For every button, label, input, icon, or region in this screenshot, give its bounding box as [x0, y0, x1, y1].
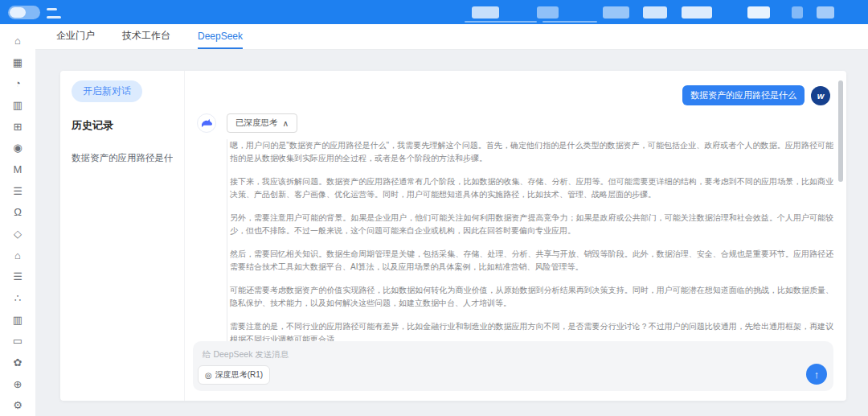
topbar-underline: [542, 21, 597, 23]
badge-icon[interactable]: ◉: [7, 137, 29, 159]
assistant-row: 已深度思考 ∧: [197, 113, 846, 133]
topbar-blurred-item[interactable]: [537, 6, 559, 19]
conversation-panel: 开启新对话 历史记录 数据资产的应用路径是什么: [60, 71, 185, 401]
rows-icon[interactable]: ☰: [7, 266, 29, 287]
globe-icon[interactable]: ⊕: [7, 373, 29, 395]
topbar-blurred-item[interactable]: [747, 6, 770, 19]
chevron-up-icon: ∧: [283, 118, 289, 128]
message-input-placeholder: 给 DeepSeek 发送消息: [203, 349, 289, 360]
thought-content: 嗯，用户问的是"数据资产的应用路径是什么"，我需要先理解这个问题。首先，确定他们…: [227, 139, 833, 347]
arrow-up-icon: ↑: [814, 369, 820, 381]
thought-paragraph: 另外，需要注意用户可能的背景。如果是企业用户，他们可能关注如何利用数据资产提高竞…: [230, 212, 833, 237]
deep-thought-toggle-label: 已深度思考: [235, 117, 278, 129]
deepseek-chat-card: 开启新对话 历史记录 数据资产的应用路径是什么 数据资产的应用路径是什么 w 已…: [60, 71, 846, 401]
thought-paragraph: 然后，需要回忆相关知识。数据生命周期管理是关键，包括采集、存储、处理、分析、共享…: [230, 248, 833, 274]
deepseek-whale-logo-icon: [197, 113, 216, 133]
user-icon[interactable]: Ω: [7, 201, 29, 223]
user-message-row: 数据资产的应用路径是什么 w: [185, 71, 846, 105]
deep-thought-toggle[interactable]: 已深度思考 ∧: [227, 113, 297, 133]
topbar-blurred-item[interactable]: [817, 6, 834, 19]
tree-icon[interactable]: ∴: [7, 287, 29, 309]
pie-chart-icon[interactable]: ◔: [7, 72, 29, 94]
tab-bar: 企业门户 技术工作台 DeepSeek: [35, 24, 868, 50]
home-alt-icon[interactable]: ⌂: [7, 245, 29, 266]
user-message-bubble: 数据资产的应用路径是什么: [682, 85, 805, 105]
chat-area: 数据资产的应用路径是什么 w 已深度思考 ∧ 嗯，用户问的是"数据资产的应用路径…: [185, 71, 846, 401]
app-logo: [8, 6, 40, 19]
tab-tech-workbench[interactable]: 技术工作台: [122, 24, 170, 49]
topbar-blurred-item[interactable]: [603, 6, 629, 19]
topbar-blurred-item[interactable]: [792, 6, 803, 19]
thought-paragraph: 可能还需要考虑数据资产的价值实现路径，比如数据如何转化为商业价值，从原始数据到分…: [230, 284, 833, 310]
thought-paragraph: 接下来，我应该拆解问题。数据资产的应用路径通常有几个阶段，比如数据的收集、存储、…: [230, 175, 833, 201]
flower-icon[interactable]: ✿: [7, 352, 29, 373]
history-item[interactable]: 数据资产的应用路径是什么: [72, 152, 173, 164]
app-window: ⌂▦◔▥⊞◉M☰Ω◇⌂☰∴▥▭✿⊕⚙ 企业门户 技术工作台 DeepSeek 开…: [0, 0, 868, 416]
topbar-blurred-item[interactable]: [643, 6, 667, 19]
tab-enterprise-portal[interactable]: 企业门户: [56, 24, 95, 49]
letter-m-icon[interactable]: M: [7, 159, 29, 180]
add-card-icon[interactable]: ⊞: [7, 116, 29, 138]
send-button[interactable]: ↑: [806, 364, 827, 385]
list-icon[interactable]: ☰: [7, 180, 29, 202]
gear-icon[interactable]: ⚙: [7, 394, 29, 416]
deepthink-label: 深度思考(R1): [215, 369, 263, 381]
tab-deepseek[interactable]: DeepSeek: [198, 24, 243, 49]
barcode-alt-icon[interactable]: ▥: [7, 309, 29, 331]
new-chat-button[interactable]: 开启新对话: [72, 80, 142, 102]
topbar-underline: [465, 21, 537, 23]
top-navigation-bar: [0, 0, 868, 24]
message-input-container[interactable]: 给 DeepSeek 发送消息 ◎ 深度思考(R1) ↑: [193, 341, 833, 391]
history-heading: 历史记录: [72, 118, 173, 133]
thought-paragraph: 嗯，用户问的是"数据资产的应用路径是什么"，我需要先理解这个问题。首先，确定他们…: [230, 139, 833, 165]
folder-icon[interactable]: ▭: [7, 330, 29, 352]
icon-sidebar: ⌂▦◔▥⊞◉M☰Ω◇⌂☰∴▥▭✿⊕⚙: [0, 24, 35, 416]
topbar-blurred-item[interactable]: [682, 6, 712, 19]
deepthink-icon: ◎: [205, 371, 212, 380]
organization-icon[interactable]: ▦: [7, 51, 29, 73]
user-avatar: w: [811, 86, 830, 105]
chat-scrollbar[interactable]: [838, 80, 843, 182]
home-icon[interactable]: ⌂: [7, 30, 29, 51]
shield-icon[interactable]: ◇: [7, 223, 29, 245]
deepthink-r1-button[interactable]: ◎ 深度思考(R1): [198, 365, 270, 385]
topbar-blurred-item[interactable]: [472, 6, 499, 19]
barcode-icon[interactable]: ▥: [7, 94, 29, 116]
